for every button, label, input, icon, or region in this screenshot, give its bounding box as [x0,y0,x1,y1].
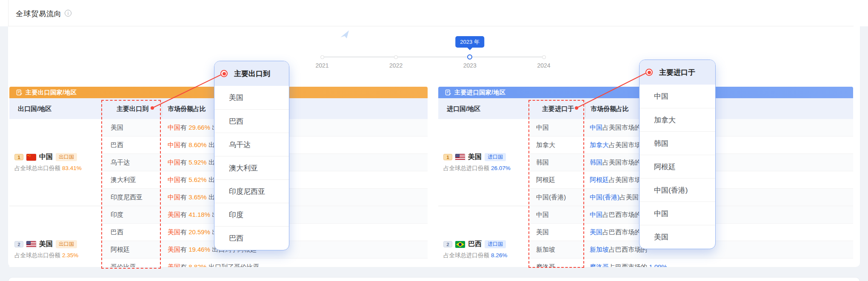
country-name: 中国 [39,153,53,162]
role-badge: 出口国 [56,240,77,248]
market-share-country: 美国 [168,246,180,253]
year-tooltip: 2023 年 [455,36,484,48]
share-label: 占全球总进口份额 [443,165,489,171]
flag-us-icon [455,154,465,161]
partner-country-cell: 韩国 [530,159,588,167]
share-value: 26.07% [491,165,511,171]
market-share-cell: 韩国占美国市场的 [588,159,853,167]
popup-item[interactable]: 澳大利亚 [214,156,289,179]
country-name: 巴西 [468,240,482,249]
market-share-pct: 3.65% [188,193,207,201]
market-share-cell: 中国有 5.92% 出口到了乌干达 [162,159,428,167]
target-bullet-icon [220,70,228,77]
partner-country-cell: 美国 [530,228,588,236]
report-icon [16,89,23,96]
slider-dot[interactable] [320,55,324,59]
market-share-cell: 中国占美国市场的 [588,124,853,132]
info-icon[interactable]: i [65,10,71,17]
table-row: 哥伦比亚美国有 8.82% 出口到了哥伦比亚 [101,258,428,267]
popup-item[interactable]: 美国 [640,225,715,248]
year-slider-track[interactable] [322,57,544,57]
market-share-text: 有 [180,124,188,131]
market-share-country: 中国 [168,124,180,131]
popup-item[interactable]: 中国 [640,202,715,225]
market-share-pct: 8.82% [188,263,207,267]
group-summary-cell: 1美国进口国占全球总进口份额26.07% [438,119,530,206]
market-share-text: 出口到了哥伦比亚 [207,263,260,267]
partner-country-cell: 新加坡 [530,246,588,254]
popup-item[interactable]: 印度 [214,203,289,226]
group-summary-cell: 2巴西进口国占全球总进口份额8.26% [438,206,530,267]
market-share-country: 美国 [168,211,180,218]
market-share-country: 中国 [168,141,180,148]
global-share-line: 占全球总进口份额26.07% [443,165,530,172]
popup-item[interactable]: 中国(香港) [640,178,715,202]
year-label: 2022 [377,62,415,69]
popup-item[interactable]: 乌干达 [214,133,289,156]
partner-country-cell: 中国 [530,211,588,219]
popup-item[interactable]: 加拿大 [640,108,715,131]
partner-country-cell: 加拿大 [530,141,588,149]
popup-item[interactable]: 美国 [214,86,289,109]
popup-item[interactable]: 印度尼西亚 [214,179,289,203]
report-icon [445,89,451,96]
flag-br-icon [455,241,465,248]
role-badge: 进口国 [485,240,506,248]
share-label: 占全球总出口份额 [14,165,60,171]
market-share-cell: 摩洛哥占巴西市场的 1.09% [588,263,853,267]
highlight-anchor-dot [575,106,578,110]
share-label: 占全球总出口份额 [14,252,60,258]
rank-badge: 2 [443,241,452,247]
highlight-anchor-dot [151,106,154,110]
market-share-text: 有 [180,159,188,166]
partner-country-cell: 印度 [101,211,162,219]
market-share-cell: 中国占巴西市场的 [588,211,853,219]
market-share-pct: 5.62% [188,176,207,183]
divider [101,100,102,117]
market-share-country: 美国 [168,263,180,267]
year-label: 2024 [525,62,563,69]
share-value: 83.41% [62,165,82,171]
group-title-line: 1中国出口国 [14,153,101,162]
popup-item[interactable]: 韩国 [640,131,715,155]
import-popup-header: 主要进口于 [640,60,715,85]
market-share-country: 韩国 [590,159,602,166]
market-share-country: 加拿大 [590,141,609,148]
market-share-pct: 20.59% [188,228,210,236]
market-share-cell: 美国有 41.18% 出口到了印度 [162,211,428,219]
import-popup-list: 中国加拿大韩国阿根廷中国(香港)中国美国 [640,85,715,248]
market-share-text: 有 [180,193,188,201]
market-share-pct: 41.18% [188,211,210,218]
popup-item[interactable]: 阿根廷 [640,155,715,178]
market-share-cell: 中国有 8.60% 出口到了巴西 [162,141,428,149]
column-header: 主要进口于 [542,98,574,119]
page-title: 全球贸易流向 [16,9,62,19]
flag-cn-icon [26,154,36,161]
group-summary-cell: 2美国出口国占全球总出口份额2.35% [9,206,101,267]
popup-item[interactable]: 巴西 [214,109,289,133]
partner-country-cell: 哥伦比亚 [101,263,162,267]
popup-item[interactable]: 巴西 [214,226,289,250]
role-badge: 进口国 [485,153,506,161]
country-name: 美国 [468,153,482,162]
partner-country-cell: 中国(香港) [530,193,588,202]
slider-dot[interactable] [394,55,398,59]
country-name: 美国 [39,240,53,249]
market-share-cell: 中国有 29.66% 出口到了美国 [162,124,428,132]
partner-country-cell: 澳大利亚 [101,176,162,184]
partner-country-cell: 巴西 [101,141,162,149]
market-share-cell: 中国(香港)占美国市场的 [588,193,853,202]
group-title-line: 2巴西进口国 [443,240,530,249]
slider-dot[interactable] [542,55,546,59]
popup-item[interactable]: 中国 [640,85,715,108]
rank-badge: 1 [14,154,23,160]
partner-country-cell: 阿根廷 [530,176,588,184]
share-label: 占全球总进口份额 [443,252,489,258]
global-share-line: 占全球总出口份额83.41% [14,165,101,172]
market-share-pct: 29.66% [188,124,210,131]
market-share-text: 占美国市场的 [602,159,641,166]
market-share-text: 占美国市场的 [602,124,641,131]
next-card-edge [8,277,860,281]
market-share-text: 有 [180,228,188,236]
global-share-line: 占全球总进口份额8.26% [443,252,530,259]
